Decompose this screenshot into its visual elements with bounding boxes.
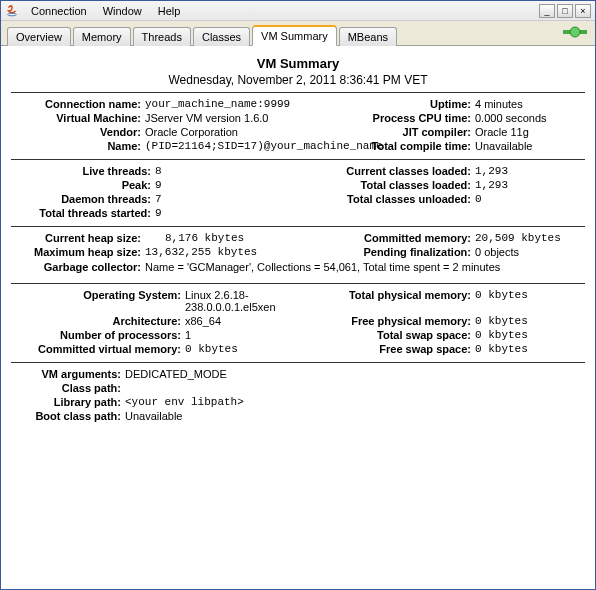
label: Boot class path: — [11, 410, 121, 422]
heap-current: 8,176 kbytes — [165, 232, 244, 244]
label: JIT compiler: — [301, 126, 471, 138]
menu-help[interactable]: Help — [150, 3, 189, 19]
total-threads: 9 — [155, 207, 162, 219]
tab-bar: Overview Memory Threads Classes VM Summa… — [1, 21, 595, 46]
garbage-collector: Name = 'GCManager', Collections = 54,061… — [145, 261, 585, 273]
connection-name: your_machine_name:9999 — [145, 98, 290, 110]
label: Vendor: — [11, 126, 141, 138]
section-heap: Current heap size:8,176 kbytes Committed… — [11, 226, 585, 284]
num-processors: 1 — [185, 329, 191, 341]
label: Committed memory: — [301, 232, 471, 244]
tab-mbeans[interactable]: MBeans — [339, 27, 397, 46]
label: Peak: — [11, 179, 151, 191]
label: Free swap space: — [301, 343, 471, 355]
label: Garbage collector: — [11, 261, 141, 273]
free-swap-space: 0 kbytes — [475, 343, 528, 355]
classes-total: 1,293 — [475, 179, 508, 191]
label: Current heap size: — [11, 232, 141, 244]
close-button[interactable]: × — [575, 4, 591, 18]
compile-time: Unavailable — [475, 140, 532, 152]
label: Uptime: — [301, 98, 471, 110]
menu-window[interactable]: Window — [95, 3, 150, 19]
free-physical-memory: 0 kbytes — [475, 315, 528, 327]
tab-overview[interactable]: Overview — [7, 27, 71, 46]
label: Live threads: — [11, 165, 151, 177]
label: Connection name: — [11, 98, 141, 110]
label: Number of processors: — [11, 329, 181, 341]
tab-vm-summary[interactable]: VM Summary — [252, 26, 337, 46]
vendor: Oracle Corporation — [145, 126, 238, 138]
label: Committed virtual memory: — [11, 343, 181, 355]
total-swap-space: 0 kbytes — [475, 329, 528, 341]
pending-finalization: 0 objects — [475, 246, 519, 258]
peak-threads: 9 — [155, 179, 162, 191]
section-os: Operating System:Linux 2.6.18-238.0.0.0.… — [11, 283, 585, 363]
daemon-threads: 7 — [155, 193, 162, 205]
uptime: 4 minutes — [475, 98, 523, 110]
section-threads: Live threads:8 Current classes loaded:1,… — [11, 159, 585, 227]
label: Total threads started: — [11, 207, 151, 219]
architecture: x86_64 — [185, 315, 221, 327]
virtual-machine: JServer VM version 1.6.0 — [145, 112, 269, 124]
tab-threads[interactable]: Threads — [133, 27, 191, 46]
tab-memory[interactable]: Memory — [73, 27, 131, 46]
label: Total swap space: — [301, 329, 471, 341]
page-title: VM Summary — [11, 56, 585, 71]
jit-compiler: Oracle 11g — [475, 126, 529, 138]
label: Maximum heap size: — [11, 246, 141, 258]
cpu-time: 0.000 seconds — [475, 112, 547, 124]
vm-arguments: DEDICATED_MODE — [125, 368, 227, 380]
page-timestamp: Wednesday, November 2, 2011 8:36:41 PM V… — [11, 73, 585, 87]
committed-virtual-memory: 0 kbytes — [185, 343, 238, 355]
total-physical-memory: 0 kbytes — [475, 289, 528, 313]
label: Total compile time: — [301, 140, 471, 152]
minimize-button[interactable]: _ — [539, 4, 555, 18]
label: Total classes loaded: — [301, 179, 471, 191]
java-icon — [5, 4, 19, 18]
label: Process CPU time: — [301, 112, 471, 124]
connection-status-icon — [563, 25, 587, 39]
label: Name: — [11, 140, 141, 152]
label: VM arguments: — [11, 368, 121, 380]
section-args: VM arguments:DEDICATED_MODE Class path: … — [11, 362, 585, 429]
boot-class-path: Unavailable — [125, 410, 182, 422]
menu-bar: Connection Window Help _ □ × — [1, 1, 595, 21]
label: Total classes unloaded: — [301, 193, 471, 205]
vm-summary-panel: VM Summary Wednesday, November 2, 2011 8… — [1, 46, 595, 586]
svg-point-3 — [570, 27, 580, 37]
menu-connection[interactable]: Connection — [23, 3, 95, 19]
label: Current classes loaded: — [301, 165, 471, 177]
classes-unloaded: 0 — [475, 193, 482, 205]
section-connection: Connection name:your_machine_name:9999 U… — [11, 92, 585, 160]
maximize-button[interactable]: □ — [557, 4, 573, 18]
live-threads: 8 — [155, 165, 162, 177]
label: Architecture: — [11, 315, 181, 327]
label: Pending finalization: — [301, 246, 471, 258]
library-path: <your env libpath> — [125, 396, 244, 408]
classes-loaded: 1,293 — [475, 165, 508, 177]
tab-classes[interactable]: Classes — [193, 27, 250, 46]
label: Total physical memory: — [301, 289, 471, 313]
label: Free physical memory: — [301, 315, 471, 327]
label: Virtual Machine: — [11, 112, 141, 124]
label: Operating System: — [11, 289, 181, 313]
label: Daemon threads: — [11, 193, 151, 205]
svg-point-0 — [8, 13, 17, 16]
label: Library path: — [11, 396, 121, 408]
committed-memory: 20,509 kbytes — [475, 232, 561, 244]
heap-max: 13,632,255 kbytes — [145, 246, 257, 258]
label: Class path: — [11, 382, 121, 394]
operating-system: Linux 2.6.18-238.0.0.0.1.el5xen — [185, 289, 301, 313]
